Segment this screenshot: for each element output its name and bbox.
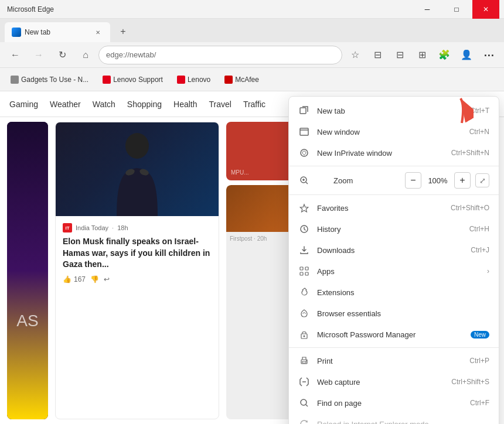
- menu-history[interactable]: History Ctrl+H: [289, 218, 499, 240]
- toolbar-icons: ☆ ⊟ ⊟ ⊞ 🧩 👤 ⋯: [345, 45, 499, 66]
- more-options-button[interactable]: ⋯: [478, 45, 499, 66]
- menu-web-capture-label: Web capture: [317, 378, 444, 387]
- window-title: Microsoft Edge: [7, 5, 54, 13]
- menu-history-shortcut: Ctrl+H: [469, 225, 489, 233]
- browser-essentials-icon: [298, 307, 310, 319]
- window-controls: ─ □ ✕: [414, 0, 499, 19]
- menu-find-on-page-label: Find on page: [317, 399, 463, 408]
- collections-button[interactable]: ⊞: [411, 45, 433, 66]
- menu-print[interactable]: Print Ctrl+P: [289, 350, 499, 371]
- divider-1: [289, 166, 499, 166]
- more-options-icon: ⋯: [483, 49, 494, 61]
- zoom-minus-button[interactable]: −: [405, 172, 421, 189]
- fav-lenovo-support[interactable]: Lenovo Support: [99, 73, 166, 86]
- svg-rect-15: [300, 272, 303, 275]
- split-button[interactable]: ⊟: [389, 45, 410, 66]
- extensions-menu-icon: [298, 286, 310, 298]
- print-icon: [298, 355, 310, 367]
- menu-favorites[interactable]: Favorites Ctrl+Shift+O: [289, 197, 499, 218]
- menu-apps-label: Apps: [317, 267, 480, 276]
- menu-password-manager-label: Microsoft Password Manager: [317, 330, 461, 339]
- extensions-button[interactable]: 🧩: [434, 45, 455, 66]
- red-arrow-svg: [427, 94, 474, 129]
- fav-mcafee[interactable]: McAfee: [221, 73, 263, 86]
- menu-history-label: History: [317, 225, 462, 234]
- fav-gadgets[interactable]: Gadgets To Use - N...: [7, 73, 92, 86]
- menu-favorites-shortcut: Ctrl+Shift+O: [451, 204, 489, 212]
- svg-point-23: [301, 399, 307, 405]
- refresh-button[interactable]: ↻: [52, 45, 73, 66]
- new-tab-icon: [298, 105, 310, 117]
- close-button[interactable]: ✕: [472, 0, 499, 19]
- svg-line-9: [306, 182, 308, 184]
- menu-inprivate-label: New InPrivate window: [317, 149, 444, 158]
- menu-inprivate-shortcut: Ctrl+Shift+N: [451, 149, 489, 157]
- favorites-bar: Gadgets To Use - N... Lenovo Support Len…: [0, 68, 504, 91]
- new-window-icon: [298, 126, 310, 138]
- menu-inprivate[interactable]: New InPrivate window Ctrl+Shift+N: [289, 142, 499, 163]
- address-text: edge://newtab/: [106, 50, 156, 59]
- fav-lenovo[interactable]: Lenovo: [173, 73, 214, 86]
- menu-browser-essentials-label: Browser essentials: [317, 309, 489, 318]
- fav-lenovo-icon: [177, 76, 185, 84]
- tab-bar: New tab ✕ +: [0, 19, 504, 42]
- menu-reload-ie-label: Reload in Internet Explorer mode: [317, 420, 489, 425]
- menu-find-on-page[interactable]: Find on page Ctrl+F: [289, 392, 499, 413]
- svg-rect-13: [300, 267, 303, 270]
- home-button[interactable]: ⌂: [75, 45, 96, 66]
- forward-button[interactable]: →: [28, 45, 49, 66]
- menu-print-label: Print: [317, 357, 462, 365]
- divider-2: [289, 194, 499, 195]
- profile-button[interactable]: 👤: [456, 45, 477, 66]
- fav-gadgets-label: Gadgets To Use - N...: [21, 76, 88, 84]
- red-arrow-container: [427, 94, 474, 131]
- web-capture-icon: [298, 376, 310, 388]
- svg-rect-4: [300, 108, 306, 114]
- menu-reload-ie: Reload in Internet Explorer mode: [289, 413, 499, 424]
- toolbar: ← → ↻ ⌂ edge://newtab/ ☆ ⊟ ⊟ ⊞ 🧩 👤 ⋯: [0, 42, 504, 68]
- inprivate-icon: [298, 147, 310, 159]
- fav-gadgets-icon: [11, 76, 19, 84]
- new-badge: New: [471, 331, 489, 338]
- divider-3: [289, 347, 499, 348]
- fav-lenovo-label: Lenovo: [188, 76, 210, 84]
- reading-view-button[interactable]: ⊟: [367, 45, 388, 66]
- zoom-plus-button[interactable]: +: [454, 172, 471, 189]
- minimize-button[interactable]: ─: [414, 0, 441, 19]
- history-icon: [298, 223, 310, 235]
- svg-point-18: [304, 336, 305, 337]
- svg-rect-20: [302, 361, 306, 363]
- zoom-value: 100%: [426, 176, 449, 185]
- tab-label: New tab: [25, 28, 89, 36]
- menu-downloads[interactable]: Downloads Ctrl+J: [289, 240, 499, 261]
- menu-find-on-page-shortcut: Ctrl+F: [470, 399, 489, 407]
- menu-favorites-label: Favorites: [317, 204, 444, 213]
- fav-lenovo-support-icon: [103, 76, 111, 84]
- menu-browser-essentials[interactable]: Browser essentials: [289, 303, 499, 324]
- zoom-row: Zoom − 100% + ⤢: [289, 169, 499, 192]
- menu-extensions[interactable]: Extensions: [289, 282, 499, 303]
- svg-rect-5: [300, 128, 308, 135]
- fav-mcafee-icon: [224, 76, 233, 84]
- back-button[interactable]: ←: [5, 45, 26, 66]
- zoom-icon: [298, 175, 310, 186]
- zoom-expand-button[interactable]: ⤢: [475, 173, 489, 187]
- menu-web-capture[interactable]: Web capture Ctrl+Shift+S: [289, 371, 499, 392]
- page-content: Gaming Weather Watch Shopping Health Tra…: [0, 91, 504, 424]
- menu-downloads-label: Downloads: [317, 246, 464, 255]
- active-tab[interactable]: New tab ✕: [5, 22, 110, 42]
- new-tab-button[interactable]: +: [113, 21, 134, 42]
- apps-icon: [298, 265, 310, 277]
- downloads-icon: [298, 244, 310, 256]
- dropdown-overlay: New tab Ctrl+T New window Ctrl+N New InP…: [0, 91, 504, 424]
- maximize-button[interactable]: □: [443, 0, 470, 19]
- favorites-menu-icon: [298, 202, 310, 214]
- menu-downloads-shortcut: Ctrl+J: [471, 246, 489, 254]
- menu-extensions-label: Extensions: [317, 288, 489, 297]
- password-manager-icon: [298, 329, 310, 340]
- menu-apps[interactable]: Apps ›: [289, 261, 499, 282]
- tab-close-button[interactable]: ✕: [93, 27, 103, 37]
- address-bar[interactable]: edge://newtab/: [98, 46, 342, 64]
- menu-password-manager[interactable]: Microsoft Password Manager New: [289, 324, 499, 345]
- favorites-button[interactable]: ☆: [345, 45, 366, 66]
